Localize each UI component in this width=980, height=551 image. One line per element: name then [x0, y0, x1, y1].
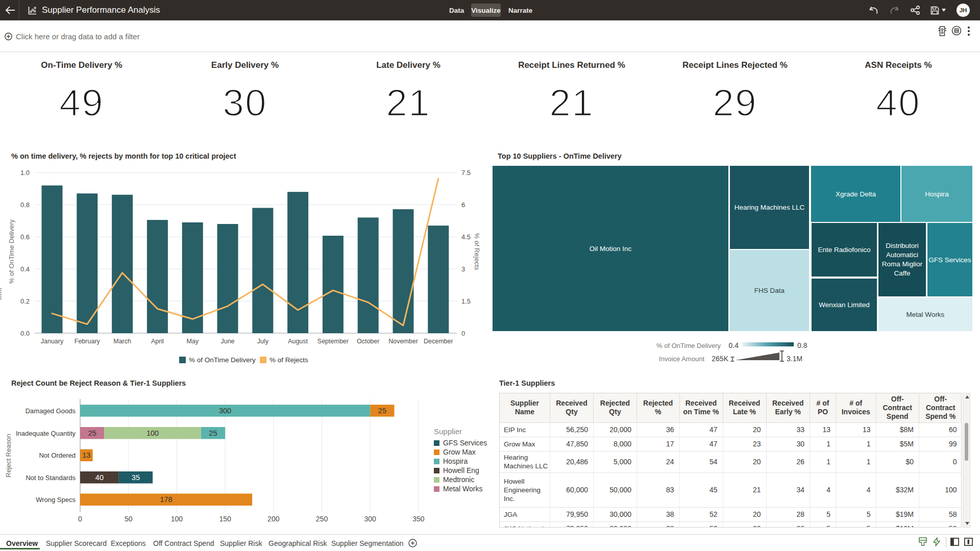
svg-text:6: 6	[461, 201, 465, 209]
svg-text:1.5: 1.5	[461, 297, 471, 305]
svg-text:0: 0	[78, 515, 82, 523]
svg-text:4.5: 4.5	[461, 233, 471, 241]
svg-text:Wrong Specs: Wrong Specs	[36, 496, 76, 504]
svg-text:June: June	[220, 338, 234, 345]
svg-text:13: 13	[82, 451, 90, 459]
svg-text:35: 35	[132, 473, 140, 482]
svg-text:Grow Max: Grow Max	[443, 448, 476, 456]
svg-text:40: 40	[95, 473, 104, 482]
svg-text:% of OnTime Delivery: % of OnTime Delivery	[189, 356, 256, 364]
svg-text:% of Rejects: % of Rejects	[473, 233, 481, 270]
svg-text:Metal Works: Metal Works	[443, 485, 483, 493]
svg-text:265K: 265K	[712, 355, 728, 363]
svg-text:Not to Standards: Not to Standards	[26, 474, 76, 482]
svg-text:1.0: 1.0	[20, 169, 30, 177]
svg-text:% of OnTime Delivery: % of OnTime Delivery	[8, 219, 15, 284]
svg-text:April: April	[151, 338, 164, 345]
svg-text:178: 178	[160, 495, 172, 504]
svg-text:Damaged Goods: Damaged Goods	[26, 407, 76, 415]
svg-text:350: 350	[412, 515, 425, 523]
svg-text:300: 300	[219, 407, 231, 415]
svg-text:Not Ordered: Not Ordered	[39, 452, 76, 459]
svg-text:Invoice Amount: Invoice Amount	[659, 355, 704, 363]
svg-text:May: May	[186, 338, 199, 345]
svg-text:0: 0	[461, 330, 465, 337]
svg-text:3.1M: 3.1M	[787, 355, 802, 363]
svg-text:% of OnTime Delivery: % of OnTime Delivery	[656, 342, 721, 349]
svg-text:25: 25	[209, 429, 217, 437]
svg-text:0.2: 0.2	[20, 297, 30, 305]
svg-text:Supplier: Supplier	[434, 427, 462, 436]
svg-text:September: September	[317, 338, 349, 345]
svg-text:0.4: 0.4	[20, 265, 30, 273]
svg-text:150: 150	[219, 515, 231, 523]
svg-text:25: 25	[88, 429, 96, 437]
svg-text:Hospira: Hospira	[443, 457, 468, 465]
svg-text:March: March	[113, 338, 131, 345]
svg-text:Howell Eng: Howell Eng	[443, 466, 479, 474]
svg-text:December: December	[424, 338, 453, 345]
svg-text:Reject Reason: Reject Reason	[5, 434, 12, 477]
svg-text:0.4: 0.4	[729, 341, 739, 349]
svg-text:250: 250	[316, 515, 328, 523]
svg-text:100: 100	[146, 429, 159, 437]
svg-text:August: August	[288, 338, 308, 345]
svg-text:25: 25	[378, 407, 386, 415]
svg-text:Medtronic: Medtronic	[443, 475, 474, 484]
svg-text:Inadequate Quantity: Inadequate Quantity	[16, 430, 76, 437]
svg-text:200: 200	[267, 515, 280, 523]
svg-text:February: February	[75, 338, 101, 345]
svg-text:October: October	[357, 338, 379, 345]
svg-text:0.8: 0.8	[797, 341, 807, 349]
svg-text:0.6: 0.6	[20, 233, 30, 241]
svg-text:January: January	[41, 338, 64, 345]
svg-text:November: November	[388, 338, 418, 345]
svg-text:100: 100	[171, 515, 183, 523]
svg-text:July: July	[257, 338, 269, 345]
svg-text:% of Rejects: % of Rejects	[270, 356, 308, 364]
svg-text:3: 3	[461, 265, 465, 273]
svg-text:0.8: 0.8	[20, 201, 30, 209]
svg-text:0.0: 0.0	[20, 330, 30, 337]
svg-text:7.5: 7.5	[461, 169, 471, 177]
svg-text:50: 50	[125, 515, 133, 523]
svg-text:300: 300	[364, 515, 377, 523]
svg-text:GFS Services: GFS Services	[443, 439, 487, 447]
